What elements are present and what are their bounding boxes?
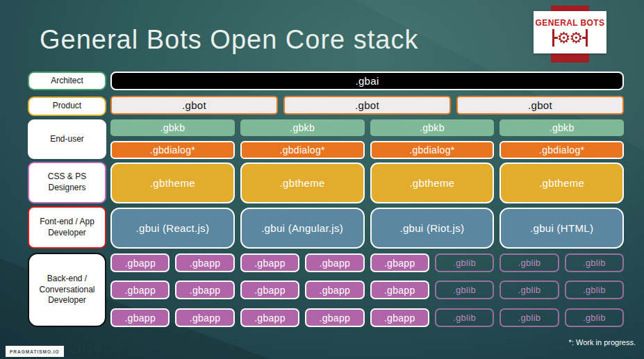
box-gbapp: .gbapp [370, 281, 429, 299]
box-gbapp: .gbapp [110, 253, 170, 272]
box-gblib: .gblib [435, 308, 494, 327]
box-gblib: .gblib [499, 281, 559, 299]
box-gbot: .gbot [283, 96, 451, 115]
footer-text: 2018Q4 - Corporate [69, 340, 203, 356]
box-gbapp: .gbapp [240, 281, 299, 299]
box-gbapp: .gbapp [305, 253, 364, 272]
box-gbdialog: .gbdialog* [370, 141, 495, 159]
box-gblib: .gblib [565, 253, 624, 272]
gears-icon: ⚙⚙ [552, 29, 588, 47]
gear-icon: ⚙ [570, 31, 584, 46]
box-gbui: .gbui (React.js) [110, 208, 235, 249]
logo-card: GENERAL BOTS ⚙⚙ [534, 11, 606, 53]
box-gblib: .gblib [435, 281, 494, 299]
box-gbai: .gbai [110, 72, 624, 90]
box-gblib: .gblib [499, 308, 559, 327]
box-gbapp: .gbapp [175, 308, 234, 327]
gear-right-bar [586, 29, 588, 47]
stack-row-gbot: .gbot.gbot.gbot [110, 96, 624, 115]
role-label-css-ps: CSS & PS Designers [28, 162, 106, 203]
stack-row-gbui: .gbui (React.js).gbui (Angular.js).gbui … [110, 208, 624, 249]
box-gbapp: .gbapp [305, 281, 364, 299]
logo-wordmark: GENERAL BOTS [536, 18, 605, 28]
box-gbdialog: .gbdialog* [240, 141, 365, 159]
box-gbot: .gbot [456, 96, 624, 115]
box-gbapp: .gbapp [175, 253, 234, 272]
box-gbapp: .gbapp [110, 308, 170, 327]
box-gbapp: .gbapp [175, 281, 234, 299]
box-gbkb: .gbkb [499, 119, 624, 136]
box-gbapp: .gbapp [370, 308, 429, 327]
stack-row-gbkb: .gbkb.gbkb.gbkb.gbkb [110, 119, 624, 136]
box-gblib: .gblib [565, 308, 624, 327]
box-gbapp: .gbapp [240, 308, 299, 327]
role-label-product: Product [28, 97, 106, 116]
box-gbtheme: .gbtheme [499, 162, 624, 203]
stack-row-apps-3: .gbapp.gbapp.gbapp.gbapp.gbapp.gblib.gbl… [110, 308, 624, 327]
role-label-architect: Architect [28, 72, 106, 90]
slide: General Bots Open Core stack GENERAL BOT… [0, 0, 644, 359]
box-gbdialog: .gbdialog* [110, 141, 235, 159]
box-gblib: .gblib [499, 253, 559, 272]
general-bots-logo: GENERAL BOTS ⚙⚙ [534, 0, 610, 66]
role-label-backend: Back-end / Conversational Developer [28, 253, 106, 327]
box-gbdialog: .gbdialog* [499, 141, 624, 159]
box-gblib: .gblib [565, 281, 624, 299]
box-gbui: .gbui (HTML) [499, 208, 624, 249]
box-gbapp: .gbapp [305, 308, 364, 327]
box-gbapp: .gbapp [240, 253, 299, 272]
page-title: General Bots Open Core stack [40, 25, 418, 55]
role-label-frontend: Font-end / App Developer [28, 206, 106, 249]
box-gbkb: .gbkb [110, 119, 235, 136]
box-gbkb: .gbkb [370, 119, 495, 136]
box-gbui: .gbui (Riot.js) [370, 208, 495, 249]
work-in-progress-note: *: Work in progress. [569, 338, 636, 347]
stack-row-gbdialog: .gbdialog*.gbdialog*.gbdialog*.gbdialog* [110, 141, 624, 159]
box-gbtheme: .gbtheme [110, 162, 235, 203]
box-gbapp: .gbapp [370, 253, 429, 272]
box-gbapp: .gbapp [110, 281, 170, 299]
box-gbot: .gbot [110, 96, 278, 115]
stack-row-apps-1: .gbapp.gbapp.gbapp.gbapp.gbapp.gblib.gbl… [110, 253, 624, 272]
box-gbkb: .gbkb [240, 119, 365, 136]
box-gbtheme: .gbtheme [240, 162, 365, 203]
box-gblib: .gblib [435, 253, 494, 272]
box-gbui: .gbui (Angular.js) [240, 208, 365, 249]
stack-row-gbai: .gbai [110, 72, 624, 90]
stack-row-gbtheme: .gbtheme.gbtheme.gbtheme.gbtheme [110, 162, 624, 203]
box-gbtheme: .gbtheme [370, 162, 495, 203]
stack-row-apps-2: .gbapp.gbapp.gbapp.gbapp.gbapp.gblib.gbl… [110, 281, 624, 299]
pragmatismo-badge: PRAGMATISMO.IO [6, 346, 64, 357]
role-label-end-user: End-user [28, 119, 106, 159]
